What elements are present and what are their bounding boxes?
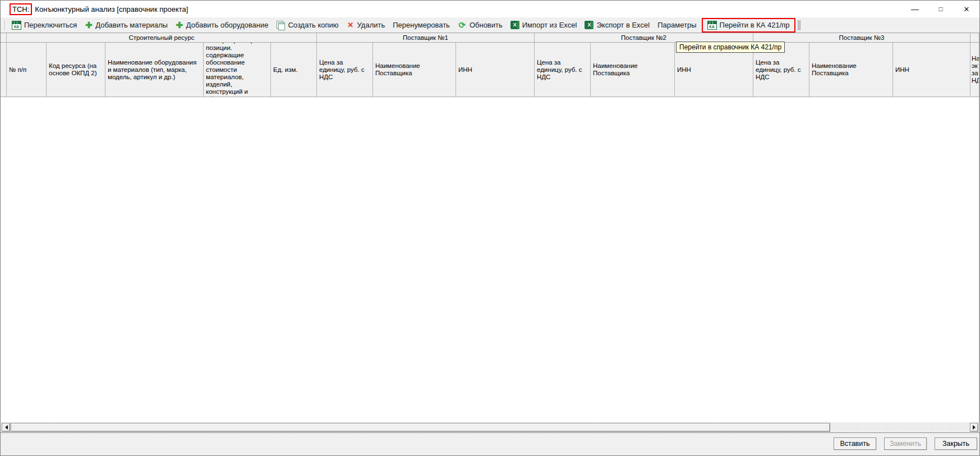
excel-icon: X <box>585 21 593 29</box>
toolbar-button-label: Переключиться <box>24 21 77 29</box>
insert-button[interactable]: Вставить <box>834 437 876 450</box>
scroll-right-button[interactable] <box>970 423 978 432</box>
copy-icon <box>276 21 285 30</box>
annotation-box-title: ТСН: <box>10 3 32 15</box>
toolbar-button-add-materials[interactable]: ✚ Добавить материалы <box>81 19 172 31</box>
scrollbar-thumb[interactable] <box>11 423 830 432</box>
column-group-supplier-1: Поставщик №1 <box>317 33 535 42</box>
grid-body-empty <box>1 97 979 422</box>
column-group-supplier-2: Поставщик №2 <box>535 33 753 42</box>
column-header-row-number[interactable]: № п/п <box>7 43 47 97</box>
maximize-button[interactable]: □ <box>928 1 954 17</box>
toolbar-button-import-excel[interactable]: X Импорт из Excel <box>507 19 581 31</box>
minimize-icon: — <box>911 4 919 13</box>
toolbar-button-label: Добавить материалы <box>95 21 168 29</box>
ka-reference-icon: КА <box>12 21 21 30</box>
column-group-selector <box>1 33 7 42</box>
toolbar-button-renumber[interactable]: Перенумеровать <box>389 19 454 31</box>
scroll-left-button[interactable] <box>2 423 10 432</box>
column-header-selector[interactable] <box>1 43 7 97</box>
toolbar-button-label: Добавить оборудование <box>186 21 269 29</box>
add-icon: ✚ <box>176 21 183 29</box>
toolbar-button-label: Создать копию <box>288 21 338 29</box>
toolbar-button-refresh[interactable]: ⟳ Обновить <box>454 19 507 31</box>
window-title-prefix: ТСН: <box>12 5 29 13</box>
annotation-box-goto-button: КА Перейти в КА 421/пр <box>702 18 795 33</box>
app-window: ТСН: Конъюнктурный анализ [справочник пр… <box>0 0 980 456</box>
column-header-row: № п/п Код ресурса (на основе ОКПД 2) Наи… <box>1 43 979 97</box>
scroll-left-arrow-icon <box>3 425 8 430</box>
column-header-price-2[interactable]: Цена за единицу, руб. с НДС <box>535 43 591 97</box>
toolbar-grip <box>4 20 6 30</box>
toolbar-button-label: Обновить <box>470 21 503 29</box>
column-header-supplier-name-3[interactable]: Наименование Поставщика <box>809 43 893 97</box>
title-bar: ТСН: Конъюнктурный анализ [справочник пр… <box>1 1 979 17</box>
toolbar-button-export-excel[interactable]: X Экспорт в Excel <box>581 19 654 31</box>
add-icon: ✚ <box>85 21 93 29</box>
column-header-inn-1[interactable]: ИНН <box>456 43 535 97</box>
toolbar-button-delete[interactable]: ✕ Удалить <box>343 19 389 31</box>
toolbar-button-label: Перейти в КА 421/пр <box>720 21 790 29</box>
toolbar-button-label: Экспорт в Excel <box>596 21 650 29</box>
toolbar-button-label: Импорт из Excel <box>522 21 577 29</box>
maximize-icon: □ <box>938 5 942 13</box>
data-grid: Строительный ресурс Поставщик №1 Поставщ… <box>1 33 979 422</box>
column-header-resource-code[interactable]: Код ресурса (на основе ОКПД 2) <box>47 43 105 97</box>
close-dialog-button[interactable]: Закрыть <box>935 437 977 450</box>
toolbar-button-goto-ka421[interactable]: КА Перейти в КА 421/пр <box>703 19 794 31</box>
column-header-price-1[interactable]: Цена за единицу, руб. с НДС <box>317 43 373 97</box>
toolbar-button-add-equipment[interactable]: ✚ Добавить оборудование <box>172 19 273 31</box>
tooltip: Перейти в справочник КА 421/пр <box>676 42 785 53</box>
column-header-inn-3[interactable]: ИНН <box>893 43 970 97</box>
toolbar-button-label: Параметры <box>657 21 696 29</box>
column-header-partial-next[interactable]: На эк за НД <box>970 43 979 97</box>
column-header-material-name[interactable]: Наименование оборудования и материалов (… <box>105 43 204 97</box>
refresh-icon: ⟳ <box>458 21 467 30</box>
scroll-right-arrow-icon <box>973 425 978 430</box>
toolbar-button-parameters[interactable]: Параметры <box>654 19 700 31</box>
toolbar: КА Переключиться ✚ Добавить материалы ✚ … <box>1 17 979 33</box>
column-header-page-number[interactable]: Номер страницы и позиции. содержащие обо… <box>204 43 271 97</box>
minimize-button[interactable]: — <box>902 1 928 17</box>
column-group-supplier-3: Поставщик №3 <box>753 33 970 42</box>
column-header-supplier-name-1[interactable]: Наименование Поставщика <box>373 43 456 97</box>
footer-bar: Вставить Заменить Закрыть <box>1 433 979 455</box>
column-group-row: Строительный ресурс Поставщик №1 Поставщ… <box>1 33 979 43</box>
replace-button[interactable]: Заменить <box>884 437 927 450</box>
toolbar-button-create-copy[interactable]: Создать копию <box>272 19 342 31</box>
window-title: Конъюнктурный анализ [справочник проекта… <box>35 5 188 13</box>
tooltip-text: Перейти в справочник КА 421/пр <box>679 43 781 51</box>
close-icon: ✕ <box>964 5 970 13</box>
delete-icon: ✕ <box>347 21 355 29</box>
excel-icon: X <box>510 21 519 29</box>
column-header-supplier-name-2[interactable]: Наименование Поставщика <box>591 43 675 97</box>
toolbar-grip <box>798 20 800 30</box>
horizontal-scrollbar[interactable] <box>1 422 979 433</box>
column-group-construction-resource: Строительный ресурс <box>7 33 317 42</box>
toolbar-button-label: Перенумеровать <box>393 21 450 29</box>
close-button[interactable]: ✕ <box>954 1 979 17</box>
ka-reference-icon: КА <box>707 21 717 30</box>
toolbar-button-label: Удалить <box>357 21 385 29</box>
column-group-partial <box>970 33 979 42</box>
column-header-unit[interactable]: Ед. изм. <box>271 43 317 97</box>
toolbar-button-switch[interactable]: КА Переключиться <box>8 19 81 31</box>
